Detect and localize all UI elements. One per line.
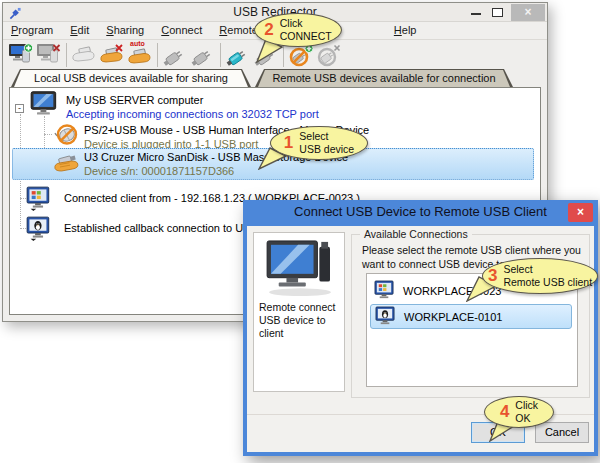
callout-3-select-remote-client: 3 SelectRemote USB client	[482, 258, 598, 294]
plug-icon	[190, 43, 216, 67]
linux-client-icon	[375, 306, 396, 327]
toolbar-separator	[66, 43, 67, 67]
maximize-button[interactable]	[492, 8, 503, 17]
callout-2-click-connect: 2 ClickCONNECT	[254, 13, 342, 47]
share-device-icon	[71, 43, 97, 67]
server-computer-icon	[30, 91, 58, 119]
tree-expand-toggle[interactable]: -	[15, 104, 24, 113]
remove-computer-button[interactable]	[35, 41, 63, 69]
group-title: Available Connections	[360, 228, 472, 240]
linux-client-icon	[26, 216, 51, 243]
computer-add-icon	[8, 43, 34, 67]
callout-4-click-ok: 4 ClickOK	[484, 396, 554, 428]
client-name: WORKPLACE-0101	[404, 311, 502, 323]
auto-label: auto	[130, 40, 145, 47]
windows-client-icon	[26, 186, 51, 213]
computer-remove-icon	[36, 43, 62, 67]
tree-connector	[44, 134, 52, 135]
share-device-button[interactable]	[70, 41, 98, 69]
connect-device-button[interactable]	[161, 41, 189, 69]
tab-row: Local USB devices available for sharing …	[3, 69, 547, 87]
minimize-button[interactable]	[471, 13, 481, 15]
tab-local-devices[interactable]: Local USB devices available for sharing	[11, 69, 251, 87]
menu-help[interactable]: Help	[394, 22, 417, 39]
callout-1-select-usb-device: 1 SelectUSB device	[270, 126, 368, 160]
tree-row-usb-drive-status: Device s/n: 00001871157D366	[84, 165, 234, 177]
unshare-device-icon	[99, 43, 125, 67]
list-item-workplace-0101[interactable]: WORKPLACE-0101	[370, 304, 572, 329]
tree-row-server-status: Accepting incoming connections on 32032 …	[66, 108, 319, 120]
connect-remote-button[interactable]	[224, 41, 252, 69]
dialog-side-panel: Remote connect USB device to client	[253, 232, 345, 392]
tab-remote-devices[interactable]: Remote USB devices available for connect…	[255, 69, 513, 87]
windows-client-icon	[374, 280, 395, 301]
plug-icon	[162, 43, 188, 67]
share-computer-button[interactable]	[7, 41, 35, 69]
close-button[interactable]: ×	[511, 4, 545, 21]
unshare-device-button[interactable]	[98, 41, 126, 69]
menu-edit[interactable]: Edit	[70, 22, 89, 39]
dialog-close-button[interactable]: ×	[568, 203, 593, 222]
toolbar-separator	[220, 43, 221, 67]
plug-connect-icon	[225, 43, 251, 67]
mouse-blocked-icon	[54, 122, 80, 148]
tree-row-server-title[interactable]: My USB SERVER computer	[66, 94, 203, 106]
usb-drive-shared-icon	[52, 151, 80, 177]
menu-connect[interactable]: Connect	[161, 22, 202, 39]
disconnect-device-button[interactable]	[189, 41, 217, 69]
dialog-title-bar[interactable]: Connect USB Device to Remote USB Client …	[243, 200, 598, 226]
menu-sharing[interactable]: Sharing	[106, 22, 144, 39]
toolbar-separator	[157, 43, 158, 67]
dialog-title: Connect USB Device to Remote USB Client	[243, 204, 598, 219]
remote-connect-illustration-icon	[261, 239, 339, 303]
dialog-side-label: Remote connect USB device to client	[259, 301, 341, 340]
screenshot-stage: USB Redirector × Program Edit Sharing Co…	[0, 0, 600, 463]
autoshare-device-button[interactable]: auto	[126, 41, 154, 69]
menu-program[interactable]: Program	[11, 22, 53, 39]
